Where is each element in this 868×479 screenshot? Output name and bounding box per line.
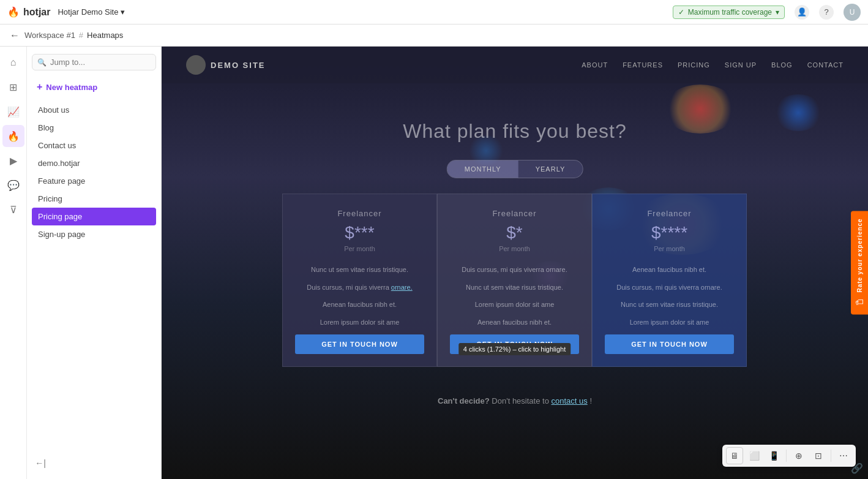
demo-logo-text: DEMO SITE	[211, 61, 266, 70]
avatar[interactable]: U	[844, 4, 861, 21]
help-icon: ?	[824, 7, 828, 17]
cant-decide-end: !	[589, 396, 592, 405]
billing-toggle[interactable]: MONTHLY YEARLY	[447, 160, 583, 178]
icon-nav: ⌂ ⊞ 📈 🔥 ▶ 💬 ⊽	[0, 47, 27, 479]
card-feature-right-3: Nunc ut sem vitae risus tristique.	[605, 300, 734, 310]
link-icon[interactable]: 🔗	[851, 462, 863, 474]
rate-experience-sidebar[interactable]: Rate your experience 🏷	[851, 211, 868, 314]
plus-icon: +	[37, 81, 42, 92]
monthly-toggle[interactable]: MONTHLY	[447, 160, 518, 178]
yearly-toggle[interactable]: YEARLY	[518, 160, 583, 178]
demo-site-selector[interactable]: Hotjar Demo Site ▾	[58, 7, 125, 17]
sidebar-item-pricing-page[interactable]: Pricing page	[32, 208, 156, 225]
search-box[interactable]: 🔍	[32, 54, 156, 70]
cant-decide-bold: Can't decide?	[438, 396, 490, 405]
nav-feedback[interactable]: 💬	[2, 174, 24, 196]
demo-logo: DEMO SITE	[186, 55, 266, 75]
demo-navbar: DEMO SITE ABOUT FEATURES PRICING SIGN UP…	[162, 47, 868, 83]
card-feature-left-3: Aenean faucibus nibh et.	[295, 300, 424, 310]
cant-decide-text: Can't decide? Don't hesitate to contact …	[438, 396, 592, 405]
card-title-right: Freelancer	[605, 209, 734, 218]
breadcrumb: Workspace #1 # Heatmaps	[24, 31, 123, 40]
card-feature-right-1: Aenean faucibus nibh et.	[605, 265, 734, 275]
card-feature-middle-2: Nunc ut sem vitae risus tristique.	[450, 282, 579, 293]
traffic-coverage-label: Maximum traffic coverage	[688, 8, 772, 17]
demo-nav-pricing[interactable]: PRICING	[678, 61, 710, 69]
card-title-left: Freelancer	[295, 209, 424, 218]
nav-heatmap[interactable]: 🔥	[2, 125, 24, 147]
new-heatmap-button[interactable]: + New heatmap	[32, 78, 156, 96]
bottom-toolbar: 🖥 ⬜ 📱 ⊕ ⊡ ⋯	[722, 445, 856, 467]
card-period-middle: Per month	[450, 245, 579, 252]
sidebar: 🔍 + New heatmap About us Blog Contact us…	[27, 47, 162, 479]
contact-us-link[interactable]: contact us	[551, 396, 587, 405]
rate-icon: 🏷	[855, 298, 864, 307]
help-button[interactable]: ?	[819, 5, 834, 20]
card-price-middle: $*	[450, 223, 579, 243]
traffic-coverage-badge[interactable]: ✓ Maximum traffic coverage ▾	[673, 6, 785, 19]
breadcrumb-separator: #	[79, 31, 83, 40]
card-feature-middle-3: Lorem ipsum dolor sit ame	[450, 300, 579, 310]
heatmap-tooltip: 4 clicks (1.72%) – click to highlight	[458, 343, 571, 355]
toolbar-mobile-button[interactable]: 📱	[765, 447, 782, 464]
new-heatmap-label: New heatmap	[46, 83, 97, 92]
demo-nav-contact[interactable]: CONTACT	[807, 61, 844, 69]
card-feature-middle-1: Duis cursus, mi quis viverra ornare.	[450, 265, 579, 275]
pricing-card-middle: Freelancer $* Per month Duis cursus, mi …	[437, 194, 592, 367]
nav-recordings[interactable]: ▶	[2, 149, 24, 172]
sidebar-item-about-us[interactable]: About us	[32, 101, 156, 119]
breadcrumb-workspace[interactable]: Workspace #1	[24, 31, 75, 40]
demo-logo-icon	[186, 55, 206, 75]
nav-activity[interactable]: 📈	[2, 100, 24, 123]
sidebar-item-feature-page[interactable]: Feature page	[32, 172, 156, 190]
pricing-cards: Freelancer $*** Per month Nunc ut sem vi…	[282, 194, 747, 367]
demo-nav-blog[interactable]: BLOG	[771, 61, 793, 69]
topbar: 🔥 hotjar Hotjar Demo Site ▾ ✓ Maximum tr…	[0, 0, 868, 25]
toolbar-crosshair-button[interactable]: ⊕	[790, 447, 807, 464]
demo-site-label: Hotjar Demo Site	[58, 7, 118, 17]
secondbar: ← Workspace #1 # Heatmaps	[0, 25, 868, 47]
toolbar-divider-1	[786, 450, 787, 462]
back-button[interactable]: ←	[10, 30, 20, 41]
card-feature-right-4: Lorem ipsum dolor sit ame	[605, 317, 734, 328]
topbar-left: 🔥 hotjar Hotjar Demo Site ▾	[7, 6, 125, 18]
card-feature-left-1: Nunc ut sem vitae risus tristique.	[295, 265, 424, 275]
demo-nav-features[interactable]: FEATURES	[623, 61, 663, 69]
breadcrumb-current: Heatmaps	[87, 31, 123, 40]
main-layout: ⌂ ⊞ 📈 🔥 ▶ 💬 ⊽ 🔍 + New heatmap About us B…	[0, 47, 868, 479]
demo-nav-signup[interactable]: SIGN UP	[725, 61, 757, 69]
pricing-card-right: Freelancer $**** Per month Aenean faucib…	[592, 194, 747, 367]
avatar-initials: U	[850, 8, 855, 17]
toolbar-area-button[interactable]: ⊡	[810, 447, 827, 464]
traffic-dropdown-icon: ▾	[776, 8, 779, 17]
logo-text: hotjar	[23, 7, 50, 18]
card-cta-left[interactable]: GET IN TOUCH NOW	[295, 334, 424, 354]
card-feature-right-2: Duis cursus, mi quis viverra ornare.	[605, 282, 734, 293]
toolbar-desktop-button[interactable]: 🖥	[726, 447, 743, 464]
card-feature-middle-4: Aenean faucibus nibh et.	[450, 317, 579, 328]
card-period-left: Per month	[295, 245, 424, 252]
sidebar-item-blog[interactable]: Blog	[32, 119, 156, 137]
nav-home[interactable]: ⌂	[2, 51, 24, 74]
toolbar-divider-2	[831, 450, 831, 462]
sidebar-item-contact-us[interactable]: Contact us	[32, 137, 156, 154]
nav-grid[interactable]: ⊞	[2, 76, 24, 98]
demo-nav-about[interactable]: ABOUT	[582, 61, 608, 69]
check-icon: ✓	[678, 8, 684, 17]
toolbar-tablet-button[interactable]: ⬜	[746, 447, 763, 464]
hotjar-logo: 🔥 hotjar	[7, 6, 50, 18]
sidebar-item-demo-hotjar[interactable]: demo.hotjar	[32, 154, 156, 172]
sidebar-item-pricing[interactable]: Pricing	[32, 190, 156, 208]
dropdown-icon: ▾	[121, 7, 125, 17]
search-input[interactable]	[50, 58, 151, 67]
nav-funnels[interactable]: ⊽	[2, 198, 24, 221]
card-cta-right[interactable]: GET IN TOUCH NOW	[605, 334, 734, 354]
add-user-button[interactable]: 👤	[795, 5, 809, 20]
page-heading: What plan fits you best?	[162, 120, 868, 143]
collapse-sidebar-button[interactable]: ←|	[32, 454, 49, 472]
toolbar-more-button[interactable]: ⋯	[835, 447, 852, 464]
main-content: DEMO SITE ABOUT FEATURES PRICING SIGN UP…	[162, 47, 868, 479]
sidebar-item-sign-up-page[interactable]: Sign-up page	[32, 225, 156, 243]
cant-decide-middle: Don't hesitate to	[492, 396, 551, 405]
search-icon: 🔍	[37, 58, 47, 67]
